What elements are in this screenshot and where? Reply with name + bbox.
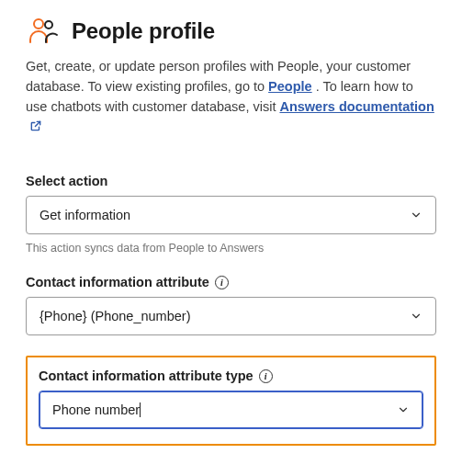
contact-attribute-dropdown[interactable]: {Phone} (Phone_number) <box>26 297 436 335</box>
contact-attribute-type-label: Contact information attribute type <box>39 368 254 383</box>
chevron-down-icon <box>410 209 423 221</box>
chevron-down-icon <box>410 310 423 323</box>
contact-attribute-type-dropdown[interactable]: Phone number <box>39 391 423 429</box>
contact-attribute-value: {Phone} (Phone_number) <box>39 309 410 323</box>
info-icon[interactable] <box>259 369 273 383</box>
people-profile-panel: People profile Get, create, or update pe… <box>0 0 462 464</box>
panel-description: Get, create, or update person profiles w… <box>26 57 436 139</box>
people-icon <box>26 15 59 48</box>
select-action-field: Select action Get information This actio… <box>26 174 436 255</box>
page-title: People profile <box>72 18 215 44</box>
select-action-helper: This action syncs data from People to An… <box>26 242 436 255</box>
contact-attribute-label-row: Contact information attribute <box>26 275 436 289</box>
contact-attribute-type-label-row: Contact information attribute type <box>39 368 423 383</box>
highlighted-section: Contact information attribute type Phone… <box>26 356 436 446</box>
text-cursor: Phone number <box>52 402 141 417</box>
contact-attribute-type-field: Contact information attribute type Phone… <box>39 368 423 429</box>
answers-documentation-label: Answers documentation <box>279 99 434 114</box>
select-action-label: Select action <box>26 174 436 188</box>
contact-attribute-type-value: Phone number <box>52 402 397 417</box>
contact-attribute-field: Contact information attribute {Phone} (P… <box>26 275 436 335</box>
select-action-dropdown[interactable]: Get information <box>26 196 436 234</box>
external-link-icon <box>29 119 42 139</box>
svg-point-1 <box>45 21 52 28</box>
panel-header: People profile <box>26 15 436 48</box>
svg-point-0 <box>34 19 43 28</box>
people-link[interactable]: People <box>268 79 312 94</box>
contact-attribute-label: Contact information attribute <box>26 275 209 289</box>
select-action-value: Get information <box>39 208 410 222</box>
info-icon[interactable] <box>215 276 229 289</box>
chevron-down-icon <box>397 403 410 416</box>
